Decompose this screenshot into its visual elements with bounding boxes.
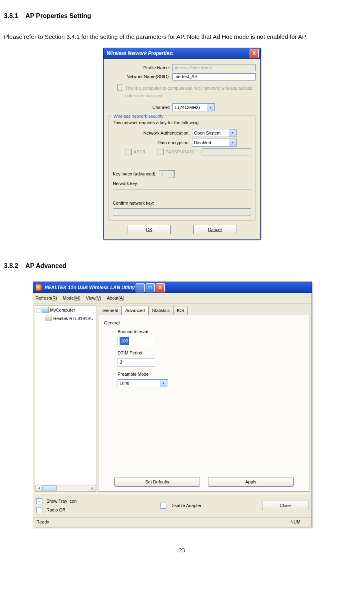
chevron-down-icon: ▾ xyxy=(167,171,174,178)
app-title: REALTEK 11n USB Wireless LAN Utility xyxy=(44,284,135,292)
adapter-icon xyxy=(45,316,52,321)
channel-select[interactable]: 1 (2412MHz) ▾ xyxy=(172,103,215,111)
heading-num-2: 3.8.2 xyxy=(4,260,18,271)
close-icon[interactable]: X xyxy=(250,49,259,58)
ascii-checkbox xyxy=(126,149,132,155)
confirm-label: Confirm network key: xyxy=(113,199,251,207)
tab-advanced[interactable]: Advanced xyxy=(122,306,148,315)
profile-name-label: Profile Name: xyxy=(108,64,172,72)
heading-382: 3.8.2AP Advanced xyxy=(4,260,360,271)
adhoc-checkbox xyxy=(117,85,123,91)
statusbar: Ready NUM ⋰ xyxy=(33,517,312,527)
app-icon xyxy=(36,284,42,291)
netkey-input xyxy=(113,189,251,196)
channel-label: Channel: xyxy=(108,104,172,111)
close-icon[interactable]: X xyxy=(156,283,165,292)
preamble-label: Preamble Mode xyxy=(118,370,304,378)
maximize-icon[interactable]: □ xyxy=(146,283,155,292)
status-ready: Ready xyxy=(33,517,287,527)
show-tray-checkbox[interactable]: ✓ xyxy=(36,498,42,504)
tree-root-label: MyComputer xyxy=(50,306,75,314)
keyindex-select: 1 ▾ xyxy=(159,170,175,178)
keyindex-label: Key index (advanced): xyxy=(113,170,156,178)
tab-body-advanced: General Beacon Interval 100 DTIM Period:… xyxy=(98,315,310,492)
scroll-thumb[interactable] xyxy=(42,485,57,491)
dtim-input[interactable]: 3 xyxy=(118,358,155,366)
footer-area: ✓ Show Tray Icon Radio Off Disable Adapt… xyxy=(33,493,312,517)
profile-name-field: Access Point Mode xyxy=(172,64,256,71)
beacon-label: Beacon Interval xyxy=(118,328,304,336)
set-defaults-button[interactable]: Set Defaults xyxy=(114,477,200,487)
passphrase-input xyxy=(202,148,251,155)
wireless-properties-dialog: Wireless Network Properties: X Profile N… xyxy=(103,48,261,240)
tab-statistics[interactable]: Statistics xyxy=(148,306,173,316)
chevron-down-icon: ▾ xyxy=(229,139,236,146)
adhoc-text: This is a computer-to-computer(ad hoc) n… xyxy=(125,85,256,99)
security-fieldset: Wireless network security This network r… xyxy=(108,115,256,221)
app-titlebar[interactable]: REALTEK 11n USB Wireless LAN Utility _ □… xyxy=(33,282,312,293)
resize-grip-icon[interactable]: ⋰ xyxy=(304,517,312,527)
status-num: NUM xyxy=(287,517,304,527)
enc-label: Data encryption: xyxy=(113,139,192,147)
ssid-label: Network Name(SSID): xyxy=(108,73,172,81)
heading-381: 3.8.1AP Properties Setting xyxy=(4,10,360,21)
minimize-icon[interactable]: _ xyxy=(136,283,145,292)
passphrase-checkbox xyxy=(158,149,164,155)
beacon-value: 100 xyxy=(120,337,129,345)
disable-adapter-checkbox[interactable] xyxy=(160,503,166,509)
tree-child[interactable]: Realtek RTL8191SU xyxy=(45,315,95,322)
apply-button[interactable]: Apply xyxy=(208,477,294,487)
computer-icon xyxy=(42,307,49,313)
netkey-label: Network key: xyxy=(113,180,251,187)
disable-adapter-label: Disable Adapter xyxy=(170,502,202,509)
cancel-button[interactable]: Cancel xyxy=(193,225,236,234)
preamble-select[interactable]: Long ▾ xyxy=(118,379,168,387)
menu-mode[interactable]: Mode(M) xyxy=(63,294,80,302)
show-tray-label: Show Tray Icon xyxy=(46,497,77,505)
chevron-down-icon: ▾ xyxy=(207,104,214,111)
tree-collapse-icon[interactable]: - xyxy=(36,308,40,312)
scroll-right-icon[interactable]: ▸ xyxy=(89,485,96,491)
security-intro: This network requires a key for the foll… xyxy=(113,119,251,127)
scroll-left-icon[interactable]: ◂ xyxy=(35,485,42,491)
heading-num: 3.8.1 xyxy=(4,10,18,21)
lan-utility-window: REALTEK 11n USB Wireless LAN Utility _ □… xyxy=(33,282,312,527)
beacon-input[interactable]: 100 xyxy=(118,337,155,345)
radio-off-checkbox[interactable] xyxy=(36,507,42,513)
radio-off-label: Radio Off xyxy=(46,506,65,514)
channel-value: 1 (2412MHz) xyxy=(174,104,200,111)
menu-view[interactable]: View(V) xyxy=(86,294,101,302)
ssid-input[interactable]: fae-test_AP xyxy=(172,73,256,81)
menu-refresh[interactable]: Refresh(R) xyxy=(36,294,57,302)
keyindex-value: 1 xyxy=(161,170,163,178)
horizontal-scrollbar[interactable]: ◂ ▸ xyxy=(35,485,96,491)
menu-about[interactable]: About(A) xyxy=(107,294,124,302)
enc-select[interactable]: Disabled ▾ xyxy=(192,139,237,147)
tab-general[interactable]: General xyxy=(99,306,122,316)
group-general: General xyxy=(104,319,304,327)
dtim-label: DTIM Period: xyxy=(118,349,304,357)
confirm-input xyxy=(113,208,251,215)
ascii-label: ASCII xyxy=(134,148,158,156)
passphrase-label: PASSPHRASE xyxy=(166,148,202,156)
auth-label: Network Authentication: xyxy=(113,129,192,137)
tree-root[interactable]: - MyComputer xyxy=(36,306,95,314)
tree-child-label: Realtek RTL8191SU xyxy=(53,315,94,322)
tree-pane: - MyComputer Realtek RTL8191SU ◂ ▸ xyxy=(35,305,96,492)
dialog-titlebar[interactable]: Wireless Network Properties: X xyxy=(104,48,260,59)
auth-value: Open System xyxy=(194,129,221,137)
menubar: Refresh(R) Mode(M) View(V) About(A) xyxy=(33,293,312,304)
tab-ics[interactable]: ICS xyxy=(173,306,188,316)
dialog-title: Wireless Network Properties: xyxy=(107,49,174,57)
enc-value: Disabled xyxy=(194,139,211,147)
page-number: 23 xyxy=(4,546,360,556)
heading-title-2: AP Advanced xyxy=(26,262,66,269)
heading-title: AP Properties Setting xyxy=(26,12,91,19)
dtim-value: 3 xyxy=(120,358,122,366)
preamble-value: Long xyxy=(120,379,129,387)
chevron-down-icon: ▾ xyxy=(160,380,167,387)
ok-button[interactable]: OK xyxy=(128,225,171,234)
close-button[interactable]: Close xyxy=(262,501,308,510)
chevron-down-icon: ▾ xyxy=(229,129,236,137)
auth-select[interactable]: Open System ▾ xyxy=(192,129,237,137)
